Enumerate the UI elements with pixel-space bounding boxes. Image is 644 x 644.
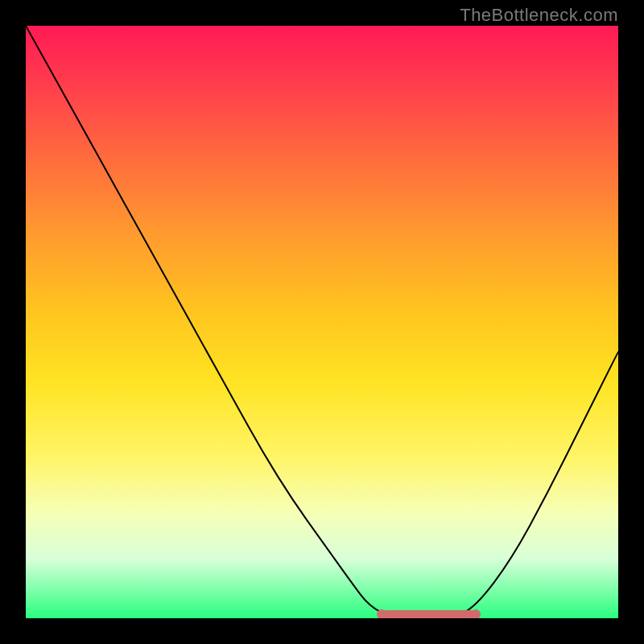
bottleneck-curve [26, 26, 618, 618]
optimal-range-strip [382, 610, 477, 618]
plot-area [26, 26, 618, 618]
optimal-range-dot-left [377, 609, 386, 618]
optimal-range-dot-right [471, 609, 481, 618]
attribution-text: TheBottleneck.com [460, 5, 618, 26]
curve-line [26, 26, 618, 618]
